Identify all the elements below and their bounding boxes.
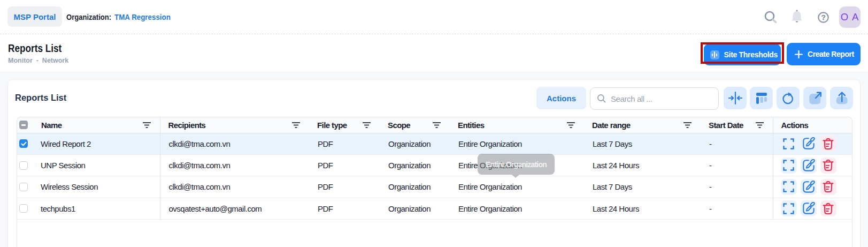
svg-text:?: ? bbox=[821, 13, 825, 21]
